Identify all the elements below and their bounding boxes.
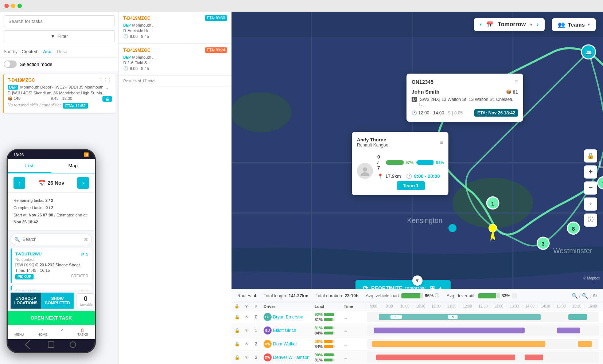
eye-icon-0[interactable]: 👁 [245, 314, 249, 320]
filter-button[interactable]: ▼ Filter [4, 30, 115, 42]
phone-open-next-button[interactable]: OPEN NEXT TASK [8, 311, 95, 325]
util-extra-icon [512, 293, 517, 298]
menu-icon: ☰ [18, 328, 21, 332]
popup-andy-avatar [357, 163, 373, 179]
sort-asc[interactable]: Asc [43, 49, 51, 54]
phone-tasks-item[interactable]: 📋 TASKS [78, 328, 88, 336]
load-col-header: Load [315, 304, 344, 309]
mid-stop-icon-2: D [123, 60, 126, 65]
time-col-1030: 10:30 [413, 304, 428, 308]
popup-andy-name: Andy Thorne [357, 137, 388, 142]
team-badge-button[interactable]: Team 1 [397, 181, 425, 190]
zoom-out-button[interactable]: − [584, 181, 597, 195]
zoom-in-button[interactable]: + [584, 165, 597, 179]
mid-eta-1: ETA: 09:30 [205, 15, 227, 21]
mid-stop-icon-1: D [123, 28, 126, 33]
driver-name-3[interactable]: Denver Williamson [273, 355, 310, 360]
recent-apps-button[interactable] [48, 341, 54, 348]
dep-badge: DEP [8, 85, 18, 90]
teams-chevron-icon: ▾ [588, 22, 590, 27]
browser-chrome [0, 0, 603, 12]
tab-list[interactable]: List [8, 159, 51, 173]
total-duration-value: 22:19h [345, 293, 358, 298]
total-length-value: 141.27km [289, 293, 308, 298]
phone-check-item[interactable]: ✓ [61, 328, 64, 336]
task-card[interactable]: T-D419MZGC ⋮⋮⋮ DEP Monmouth Depot - [WC2… [3, 74, 116, 113]
phone-nav: ‹ 📅 26 Nov › [8, 173, 95, 193]
phone-task-1[interactable]: T-VDUTU2WU P 1 No contact [SW1X 9QX] 201… [11, 248, 92, 283]
sort-value[interactable]: Created [22, 49, 37, 54]
popup-andy-menu-icon[interactable]: ≡ [440, 139, 443, 146]
distance-icon: 📍 [377, 173, 383, 179]
phone-menu-bar: ☰ MENU ⌂ HOME ✓ 📋 TASKS [8, 325, 95, 339]
route-num-3: 3 [255, 355, 257, 360]
load-box-icon: 📦 [506, 89, 511, 94]
driver-name-1[interactable]: Elliott Ulrich [273, 328, 296, 333]
andy-time-range: 8:00 - 20:00 [414, 173, 440, 179]
map-area: 🚐 6 7 8 3 1 3 Lon don Kensington Westmin… [232, 12, 603, 364]
lock-icon-0[interactable]: 🔒 [234, 314, 240, 320]
phone-next-button[interactable]: › [77, 177, 89, 189]
route-num-0: 0 [255, 314, 257, 320]
mid-card-2[interactable]: T-D419MZGC ETA: 09:24 DEP Monmouth ... D… [119, 44, 232, 76]
home-button[interactable] [70, 341, 76, 348]
lock-icon-1[interactable]: 🔒 [234, 328, 240, 333]
routes-label: Routes: [237, 293, 252, 298]
phone-menu-item[interactable]: ☰ MENU [15, 328, 24, 336]
svg-text:Lon: Lon [599, 158, 603, 170]
maximize-dot[interactable] [17, 4, 22, 8]
lock-icon-3[interactable]: 🔒 [234, 355, 240, 360]
driver-name-2[interactable]: Dom Walker [273, 341, 297, 347]
eye-icon-1[interactable]: 👁 [245, 328, 249, 333]
printer-btn[interactable]: 🖨 [102, 96, 112, 102]
task-search-input[interactable] [4, 15, 115, 27]
refresh-button[interactable]: ↻ [592, 292, 597, 299]
popup-eta-badge: ETA: Nov 26 18:42 [474, 109, 518, 117]
tab-map[interactable]: Map [51, 159, 95, 173]
avg-driver-util-bar [478, 293, 500, 298]
selection-mode-toggle[interactable] [4, 60, 17, 68]
lock-map-button[interactable]: 🔒 [584, 149, 597, 163]
zoom-in-table-button[interactable]: 🔍 / 🔍 : [572, 293, 591, 299]
info-button[interactable]: ⓘ [584, 214, 597, 227]
date-label[interactable]: Tomorrow [498, 21, 526, 28]
popup-route-id: ON12345 [412, 79, 433, 85]
route-row-0: 🔒 👁 0 BE Bryan Emerson 92% 81% [232, 310, 603, 324]
teams-button[interactable]: 👥 Teams ▾ [552, 18, 596, 31]
teams-label: Teams [568, 21, 585, 28]
eye-icon-3[interactable]: 👁 [245, 355, 249, 360]
next-date-button[interactable]: › [537, 21, 538, 28]
mid-stop-text-2: 1-6 Field S... [128, 60, 150, 65]
routes-count: 4 [254, 293, 256, 298]
lock-icon-2[interactable]: 🔒 [234, 341, 240, 347]
route-row-2: 🔒 👁 2 DW Dom Walker 80% 84% [232, 337, 603, 351]
popup-menu-icon[interactable]: ≡ [515, 79, 518, 85]
remaining-tasks: 2 / 2 [45, 198, 53, 203]
phone-task-2[interactable]: T-VDUTU2WU D 2 No contact [W1T 2PX] 39 G… [11, 285, 92, 290]
phone-search-input[interactable] [11, 234, 92, 245]
recenter-button[interactable]: ⌖ [584, 197, 597, 211]
prev-date-button[interactable]: ‹ [480, 21, 482, 28]
phone-show-completed-button[interactable]: SHOW COMPLETED [41, 293, 74, 309]
close-dot[interactable] [4, 4, 9, 8]
vehicle-load-info-icon[interactable]: ⓘ [435, 293, 439, 299]
sort-desc[interactable]: Desc [57, 49, 67, 54]
search-close-button[interactable]: ✕ [83, 236, 88, 243]
back-button[interactable] [25, 340, 34, 349]
phone-prev-button[interactable]: ‹ [13, 177, 25, 189]
task-menu-icon[interactable]: ⋮⋮⋮ [99, 78, 112, 83]
minimize-dot[interactable] [11, 4, 15, 8]
phone-ungroup-button[interactable]: UNGROUP LOCATIONS [11, 293, 41, 309]
time-col-1330: 13:30 [506, 304, 522, 308]
collapse-panel-button[interactable]: ▼ [412, 275, 423, 286]
phone-time: 13:26 [13, 153, 24, 157]
driver-col-header: Driver [264, 304, 315, 309]
phone-home-item[interactable]: ⌂ HOME [38, 328, 47, 336]
mid-id-1: T-D419MZGC [123, 16, 151, 21]
timeline-row-3 [367, 352, 599, 363]
time-col-16: 16:00 [584, 304, 600, 308]
phone-address-code-1: [SW1X 9QX] [15, 263, 39, 267]
driver-name-0[interactable]: Bryan Emerson [273, 314, 303, 320]
mid-card-1[interactable]: T-D419MZGC ETA: 09:30 DEP Monmouth ... D… [119, 12, 232, 44]
eye-icon-2[interactable]: 👁 [245, 341, 249, 347]
